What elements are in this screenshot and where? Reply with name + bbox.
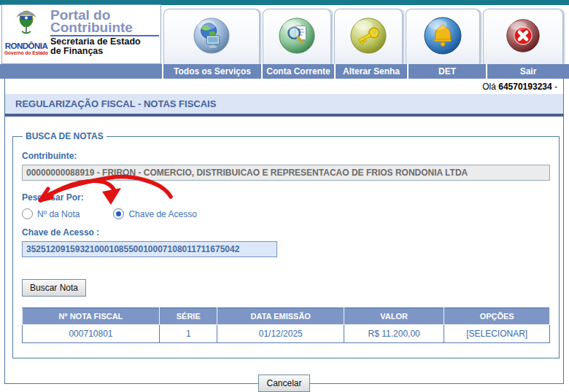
tab-sair[interactable] bbox=[483, 9, 563, 64]
table-header-row: Nº NOTA FISCAL SÉRIE DATA EMISSÃO VALOR … bbox=[23, 308, 550, 325]
greeting-prefix: Olá bbox=[482, 82, 496, 92]
nav-label-alterar-senha[interactable]: Alterar Senha bbox=[334, 64, 407, 79]
nav-label-det[interactable]: DET bbox=[407, 64, 486, 79]
nav-label-todos-os-servicos[interactable]: Todos os Serviços bbox=[162, 64, 261, 79]
col-opcoes: OPÇÕES bbox=[444, 308, 550, 325]
buscar-nota-button[interactable]: Buscar Nota bbox=[22, 279, 86, 297]
cell-data-emissao: 01/12/2025 bbox=[217, 325, 344, 343]
col-numero-nota-fiscal: Nº NOTA FISCAL bbox=[23, 308, 160, 325]
portal-title: Portal do Contribuinte bbox=[50, 9, 159, 34]
header: Todos os Serviços Conta Corrente Alterar… bbox=[0, 0, 569, 79]
state-subtitle: Governo do Estado bbox=[4, 50, 49, 55]
nav-label-spacer bbox=[0, 64, 162, 79]
table-row: 000710801 1 01/12/2025 R$ 11.200,00 [SEL… bbox=[23, 325, 550, 343]
main-content: BUSCA DE NOTAS Contribuinte: Pesquisar P… bbox=[5, 131, 563, 392]
nav-label-conta-corrente[interactable]: Conta Corrente bbox=[261, 64, 334, 79]
portal-title-line2: Contribuinte bbox=[50, 21, 159, 34]
greeting-suffix: - bbox=[554, 82, 557, 92]
radio-numero-da-nota-label[interactable]: Nº da Nota bbox=[37, 209, 80, 219]
close-x-icon bbox=[506, 18, 541, 56]
org-name: Secretaria de Estado de Finanças bbox=[50, 37, 159, 56]
pesquisar-por-label: Pesquisar Por: bbox=[22, 192, 550, 203]
logo-box: RONDÔNIA Governo do Estado Portal do Con… bbox=[1, 4, 161, 64]
org-name-line2: de Finanças bbox=[50, 47, 159, 56]
chave-de-acesso-label: Chave de Acesso : bbox=[22, 227, 550, 238]
nav-label-sair[interactable]: Sair bbox=[486, 64, 569, 79]
selecionar-link[interactable]: [SELECIONAR] bbox=[444, 325, 550, 343]
title-underline bbox=[5, 114, 563, 117]
chave-de-acesso-input[interactable] bbox=[22, 241, 277, 257]
greeting-user-id: 64570193234 bbox=[498, 82, 551, 92]
col-serie: SÉRIE bbox=[159, 308, 217, 325]
radio-chave-de-acesso-label[interactable]: Chave de Acesso bbox=[128, 209, 196, 219]
radio-numero-da-nota[interactable] bbox=[22, 208, 33, 219]
state-name: RONDÔNIA bbox=[4, 42, 49, 50]
cell-serie: 1 bbox=[159, 325, 217, 343]
col-data-emissao: DATA EMISSÃO bbox=[217, 308, 344, 325]
state-logo: RONDÔNIA Governo do Estado bbox=[4, 7, 49, 62]
search-type-radios: Nº da Nota Chave de Acesso bbox=[22, 208, 550, 219]
portal-page: Todos os Serviços Conta Corrente Alterar… bbox=[0, 0, 569, 392]
greeting: Olá 64570193234 - bbox=[5, 79, 563, 94]
col-valor: VALOR bbox=[344, 308, 444, 325]
contribuinte-label: Contribuinte: bbox=[22, 151, 550, 161]
page-frame: Olá 64570193234 - REGULARIZAÇÃO FISCAL -… bbox=[4, 79, 564, 384]
tab-conta-corrente[interactable] bbox=[263, 9, 331, 64]
page-title: REGULARIZAÇÃO FISCAL - NOTAS FISCAIS bbox=[5, 94, 563, 114]
tab-det[interactable] bbox=[406, 9, 480, 64]
rondonia-coat-of-arms-icon bbox=[12, 28, 41, 40]
radio-chave-de-acesso[interactable] bbox=[113, 208, 124, 219]
busca-de-notas-fieldset: BUSCA DE NOTAS Contribuinte: Pesquisar P… bbox=[12, 131, 560, 358]
cancelar-button[interactable]: Cancelar bbox=[258, 375, 309, 392]
contribuinte-field[interactable] bbox=[22, 165, 550, 181]
cell-valor: R$ 11.200,00 bbox=[344, 325, 444, 343]
fieldset-legend: BUSCA DE NOTAS bbox=[23, 131, 107, 141]
document-magnifier-icon bbox=[278, 17, 316, 58]
nav-label-strip: Todos os Serviços Conta Corrente Alterar… bbox=[0, 64, 569, 79]
tab-todos-os-servicos[interactable] bbox=[163, 9, 260, 64]
notas-results-table: Nº NOTA FISCAL SÉRIE DATA EMISSÃO VALOR … bbox=[22, 307, 550, 343]
globe-monitor-icon bbox=[193, 17, 231, 58]
bell-icon bbox=[423, 16, 462, 58]
cell-numero-nota: 000710801 bbox=[23, 325, 160, 343]
nav-tabs bbox=[163, 6, 568, 64]
key-icon bbox=[349, 17, 387, 58]
tab-alterar-senha[interactable] bbox=[334, 9, 403, 64]
